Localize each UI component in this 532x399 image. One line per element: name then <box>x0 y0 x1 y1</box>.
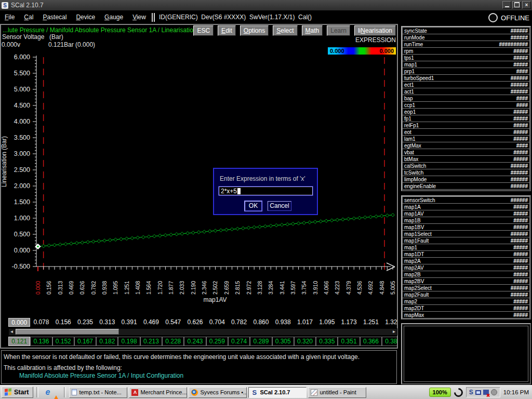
value-cell[interactable]: 0.289 <box>250 337 272 346</box>
linearisation-chart[interactable]: -0.5000.0000.5001.0001.5002.0002.5003.00… <box>0 49 398 318</box>
scal-tray-icon[interactable]: S <box>469 389 473 395</box>
curve-point[interactable] <box>302 221 306 225</box>
curve-point[interactable] <box>242 227 245 230</box>
curve-point[interactable] <box>119 237 123 241</box>
learn-button[interactable]: Learn <box>327 25 350 36</box>
curve-point[interactable] <box>269 224 273 228</box>
value-cell[interactable]: 0.351 <box>338 337 360 346</box>
start-button[interactable]: Start <box>2 387 33 398</box>
curve-point[interactable] <box>147 235 151 238</box>
value-cell[interactable]: 0.152 <box>52 337 74 346</box>
monitor-tray-icon[interactable] <box>475 390 481 395</box>
curve-point[interactable] <box>125 237 128 241</box>
curve-point[interactable] <box>319 220 323 223</box>
watch-row-tps1[interactable]: tps1##### <box>402 54 530 61</box>
watch-row-map2BV[interactable]: map2BV##### <box>402 277 530 285</box>
value-cell[interactable]: 0.335 <box>316 337 338 346</box>
curve-point[interactable] <box>358 216 362 220</box>
value-cell[interactable]: 0.305 <box>272 337 294 346</box>
value-cell[interactable]: 0.274 <box>228 337 250 346</box>
watch-row-map1A[interactable]: map1A##### <box>402 203 530 210</box>
value-cell[interactable]: 0.366 <box>360 337 382 346</box>
voltage-cell[interactable]: 1.173 <box>338 318 360 327</box>
watch-row-map2DT[interactable]: map2DT##### <box>402 304 530 312</box>
task-button-scal-2-10-7[interactable]: SSCal 2.10.7 <box>248 387 307 398</box>
watch-row-prp1[interactable]: prp1#### <box>402 68 530 75</box>
menu-item-pastecal[interactable]: Pastecal <box>38 11 71 23</box>
voltage-cell[interactable]: 1.095 <box>316 318 338 327</box>
voltage-cell[interactable]: 1.017 <box>294 318 316 327</box>
cancel-button[interactable]: Cancel <box>268 201 291 211</box>
value-cell[interactable]: 0.381 <box>382 337 397 346</box>
related-calibration-link[interactable]: Manifold Absolute Pressure Sensor 1A / I… <box>19 372 183 379</box>
curve-point[interactable] <box>291 222 295 226</box>
network-error-icon[interactable] <box>483 390 489 395</box>
watch-row-map1[interactable]: map1##### <box>402 61 530 68</box>
curve-point[interactable] <box>247 226 250 230</box>
voltage-cell[interactable]: 0.235 <box>74 318 96 327</box>
voltage-cell[interactable]: 1.329 <box>382 318 397 327</box>
watch-row-syncState[interactable]: syncState###### <box>402 27 530 34</box>
curve-point[interactable] <box>230 228 234 231</box>
linearisation-button[interactable]: liNearisation <box>354 25 396 36</box>
value-cell[interactable]: 0.243 <box>184 337 206 346</box>
value-cell[interactable]: 0.228 <box>162 337 184 346</box>
watch-row-turboSpeed1[interactable]: turboSpeed1###### <box>402 74 530 82</box>
curve-point[interactable] <box>86 241 90 244</box>
watch-row-btMax[interactable]: btMax##### <box>402 155 530 163</box>
curve-point[interactable] <box>91 240 95 244</box>
task-button-temp-txt-note-[interactable]: temp.txt - Note... <box>69 387 127 398</box>
curve-point[interactable] <box>391 214 395 217</box>
watch-row-eop1[interactable]: eop1##### <box>402 108 530 115</box>
watch-row-vbat[interactable]: vbat##### <box>402 149 530 156</box>
watch-row-runMode[interactable]: runMode###### <box>402 34 530 41</box>
curve-point[interactable] <box>219 229 223 232</box>
watch-row-limpMode[interactable]: limpMode###### <box>402 176 530 183</box>
voltage-cell[interactable]: 0.313 <box>96 318 118 327</box>
curve-point[interactable] <box>136 236 140 240</box>
curve-point[interactable] <box>236 227 240 231</box>
watch-row-map1Select[interactable]: map1Select###### <box>402 230 530 237</box>
value-cell[interactable]: 0.121 <box>8 337 30 346</box>
curve-point[interactable] <box>186 232 190 235</box>
watch-row-map1B[interactable]: map1B##### <box>402 217 530 224</box>
watch-row-relFp1[interactable]: relFp1##### <box>402 122 530 129</box>
watch-row-map2[interactable]: map2##### <box>402 298 530 305</box>
curve-point[interactable] <box>214 229 217 233</box>
curve-point[interactable] <box>280 223 284 227</box>
curve-point[interactable] <box>192 231 195 235</box>
watch-row-map1[interactable]: map1##### <box>402 244 530 251</box>
watch-row-eot[interactable]: eot##### <box>402 128 530 136</box>
scrollbar-thumb[interactable] <box>16 329 119 335</box>
curve-point[interactable] <box>252 225 256 229</box>
curve-point[interactable] <box>180 232 184 236</box>
watch-row-mapMax[interactable]: mapMax##### <box>402 311 530 318</box>
volume-tray-icon[interactable] <box>491 389 497 395</box>
curve-point[interactable] <box>208 230 212 233</box>
voltage-cell[interactable]: 0.938 <box>272 318 294 327</box>
value-cell[interactable]: 0.320 <box>294 337 316 346</box>
esc-button[interactable]: ESC <box>193 25 214 36</box>
voltage-cell[interactable]: 0.626 <box>184 318 206 327</box>
curve-point[interactable] <box>347 217 350 221</box>
curve-point[interactable] <box>141 235 145 239</box>
curve-point[interactable] <box>164 233 167 237</box>
curve-point[interactable] <box>64 242 68 246</box>
quick-launch-vlc[interactable] <box>52 389 60 395</box>
curve-point[interactable] <box>169 233 173 236</box>
curve-point[interactable] <box>114 238 117 242</box>
watch-row-map2B[interactable]: map2B##### <box>402 271 530 278</box>
scroll-right-arrow-icon[interactable]: ► <box>391 329 397 335</box>
close-button[interactable]: × <box>522 1 531 9</box>
minimize-button[interactable] <box>502 1 511 9</box>
curve-point[interactable] <box>47 244 51 247</box>
options-button[interactable]: Options <box>240 25 269 36</box>
horizontal-scrollbar[interactable]: ◄ ► <box>8 328 397 336</box>
curve-point[interactable] <box>297 222 300 225</box>
voltage-cell[interactable]: 0.391 <box>118 318 140 327</box>
curve-point[interactable] <box>158 234 162 237</box>
curve-point[interactable] <box>70 242 73 245</box>
watch-row-lam1[interactable]: lam1##### <box>402 135 530 142</box>
task-button-untitled-paint[interactable]: untitled - Paint <box>308 387 366 398</box>
value-cell[interactable]: 0.259 <box>206 337 228 346</box>
